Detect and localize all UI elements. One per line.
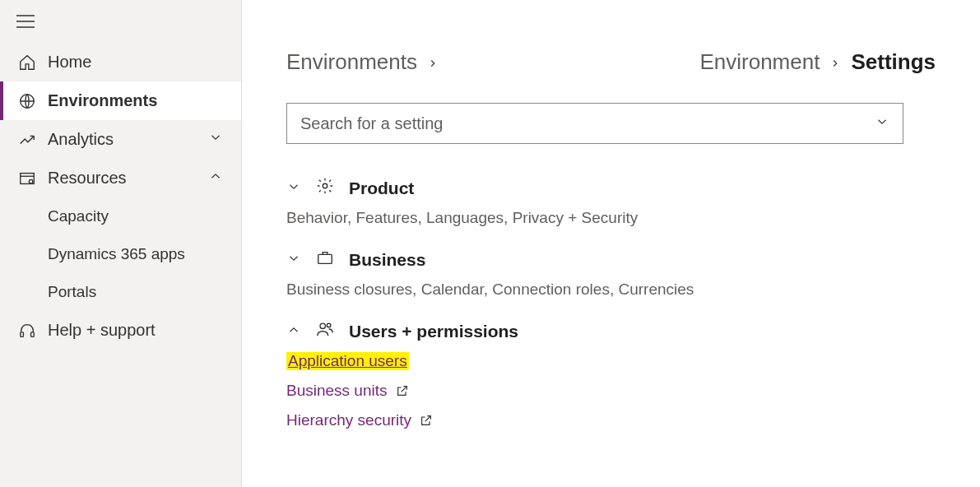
svg-rect-8 [31, 332, 35, 336]
section-users-permissions: Users + permissions Application users Bu… [286, 320, 936, 429]
section-header-business[interactable]: Business [286, 248, 936, 271]
nav-resources[interactable]: Resources [0, 159, 241, 197]
external-link-icon [396, 384, 409, 397]
svg-point-11 [320, 323, 325, 328]
section-product: Product Behavior, Features, Languages, P… [286, 177, 936, 227]
section-desc: Behavior, Features, Languages, Privacy +… [286, 209, 936, 227]
link-business-units[interactable]: Business units [286, 382, 936, 400]
sidebar: Home Environments Analytics Resources Ca… [0, 0, 242, 487]
breadcrumbs: Environments Environment Settings [286, 49, 936, 75]
svg-rect-10 [318, 254, 332, 263]
section-header-product[interactable]: Product [286, 177, 936, 199]
section-header-users[interactable]: Users + permissions [286, 320, 936, 342]
headset-icon [18, 322, 36, 340]
section-business: Business Business closures, Calendar, Co… [286, 248, 936, 299]
nav-analytics[interactable]: Analytics [0, 120, 241, 159]
nav-portals[interactable]: Portals [0, 273, 241, 311]
svg-rect-4 [21, 173, 35, 183]
section-title: Users + permissions [349, 322, 518, 341]
nav-label: Resources [48, 169, 127, 188]
chevron-down-icon [286, 179, 301, 198]
home-icon [18, 53, 36, 72]
nav-help-support[interactable]: Help + support [0, 311, 241, 350]
svg-point-6 [29, 179, 33, 183]
chevron-up-icon [286, 322, 301, 341]
resources-icon [18, 169, 36, 188]
people-icon [316, 320, 334, 342]
nav-environments[interactable]: Environments [0, 81, 241, 120]
briefcase-icon [316, 248, 334, 271]
nav-label: Environments [48, 91, 157, 110]
gear-icon [316, 177, 334, 199]
nav-home[interactable]: Home [0, 43, 241, 81]
section-title: Product [349, 179, 414, 198]
chevron-up-icon [208, 169, 223, 188]
svg-point-12 [327, 323, 331, 327]
nav-label: Analytics [48, 130, 114, 149]
svg-rect-7 [21, 332, 24, 336]
section-desc: Business closures, Calendar, Connection … [286, 281, 936, 299]
analytics-icon [18, 131, 36, 149]
chevron-down-icon [208, 130, 223, 149]
hamburger-button[interactable] [0, 8, 241, 43]
external-link-icon [420, 414, 433, 427]
breadcrumb-current: Settings [851, 49, 936, 75]
globe-icon [18, 92, 36, 110]
search-input[interactable] [300, 114, 875, 133]
chevron-right-icon [427, 49, 439, 75]
nav-dynamics-365-apps[interactable]: Dynamics 365 apps [0, 235, 241, 273]
chevron-right-icon [829, 49, 841, 75]
nav-label: Help + support [48, 321, 156, 340]
search-setting-box[interactable] [286, 103, 903, 144]
chevron-down-icon [286, 250, 301, 270]
main-content: Environments Environment Settings Produc… [242, 0, 980, 487]
svg-point-9 [323, 183, 327, 188]
link-application-users[interactable]: Application users [286, 352, 936, 370]
link-hierarchy-security[interactable]: Hierarchy security [286, 411, 936, 429]
section-title: Business [349, 250, 425, 270]
nav-label: Home [48, 53, 91, 72]
breadcrumb-environment[interactable]: Environment [699, 49, 820, 75]
nav-capacity[interactable]: Capacity [0, 197, 241, 235]
chevron-down-icon[interactable] [875, 114, 889, 132]
breadcrumb-environments[interactable]: Environments [286, 49, 417, 75]
